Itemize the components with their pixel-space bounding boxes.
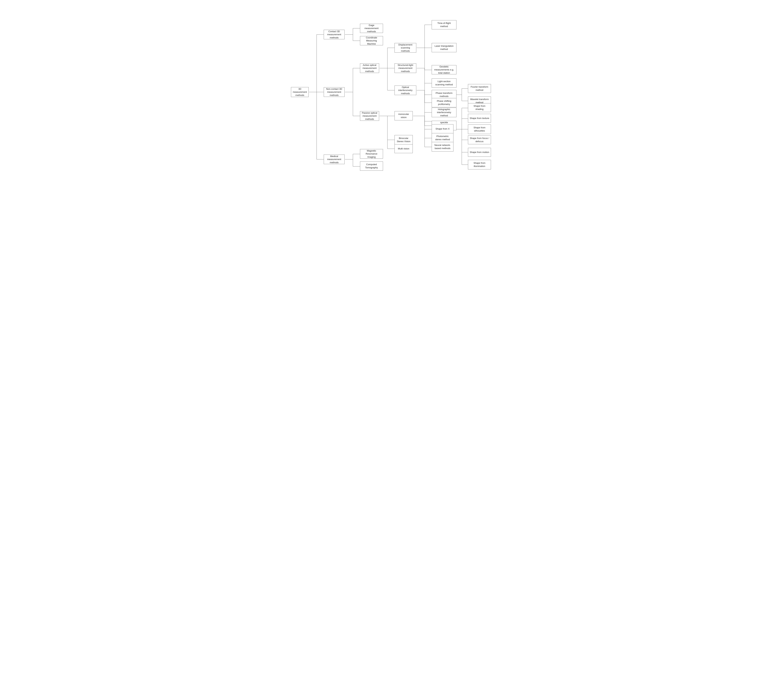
node-shape-silhouettes: Shape from silhouettes (468, 124, 491, 134)
node-shape-focus: Shape from focus / defocus (468, 135, 491, 144)
node-shape-shading: Shape from shading (468, 103, 491, 112)
node-photometric: Photometric stereo method (432, 133, 453, 143)
node-phase-shifting-label: Phase shifting profilometry (433, 100, 455, 106)
node-shape-illumination: Shape from illumination (468, 160, 491, 169)
node-light-section: Light-section scanning method (432, 78, 456, 88)
node-multi-vision: Multi vision (394, 144, 413, 153)
node-shape-motion-label: Shape from motion (470, 150, 489, 154)
node-shape-x-label: Shape from X (435, 127, 450, 130)
node-shape-illumination-label: Shape from illumination (470, 162, 489, 168)
node-photometric-label: Photometric stereo method (433, 135, 452, 141)
node-light-section-label: Light-section scanning method (433, 80, 455, 86)
node-mri: Magnetic Resonance Imaging (360, 149, 383, 158)
node-noncontact-label: Non-contact 3D measurement methods (325, 87, 343, 97)
node-phase-shifting: Phase shifting profilometry (432, 98, 456, 107)
node-phase-transform-label: Phase transform methods (433, 92, 455, 98)
node-ct-label: Computed Tomography (362, 163, 381, 169)
node-monocular: monocular vision (394, 111, 413, 120)
node-displacement-label: Displacement scanning methods (396, 43, 415, 52)
node-shape-focus-label: Shape from focus / defocus (470, 137, 489, 143)
node-shape-texture-label: Shape from texture (470, 117, 489, 120)
node-optical-interf: Optical interferometry methods (394, 86, 416, 95)
node-contact-label: Contact 3D measurement methods (325, 30, 343, 39)
node-binocular: Binocular Stereo Vision (394, 135, 413, 145)
node-optical-interf-label: Optical interferometry methods (396, 86, 415, 95)
node-neural-label: Neural network-based methods (433, 144, 452, 150)
node-laser-tri: Laser triangulation method (432, 43, 456, 52)
node-active: Active optical measurement methods (360, 63, 379, 73)
node-shape-motion: Shape from motion (468, 148, 491, 157)
node-medical-label: Medical measurement methods (325, 155, 343, 164)
node-cmm-label: Coordinate Measuring Machine (362, 36, 381, 46)
node-neural: Neural network-based methods (432, 142, 453, 152)
node-shape-shading-label: Shape from shading (470, 105, 489, 111)
node-structured: Structured-light measurement methods (394, 63, 416, 73)
node-holographic-label: Holographic interferometry method (433, 108, 455, 117)
node-tof: Time-of-flight method (432, 20, 456, 29)
diagram-wrapper: 3D measurement methods Contact 3D measur… (289, 5, 477, 179)
node-medical: Medical measurement methods (324, 155, 345, 164)
node-root-label: 3D measurement methods (293, 87, 307, 97)
node-mri-label: Magnetic Resonance Imaging (362, 149, 381, 158)
node-passive-label: Passive optical measurement methods (362, 111, 378, 121)
node-active-label: Active optical measurement methods (362, 63, 378, 73)
node-monocular-label: monocular vision (396, 112, 411, 119)
node-binocular-label: Binocular Stereo Vision (396, 137, 411, 143)
node-gage: Gage measurement methods (360, 24, 383, 33)
node-geodetic-label: Geodetic measurements e.g. total station (433, 65, 455, 74)
node-passive: Passive optical measurement methods (360, 111, 379, 121)
node-noncontact: Non-contact 3D measurement methods (324, 87, 345, 97)
node-contact: Contact 3D measurement methods (324, 30, 345, 39)
node-structured-label: Structured-light measurement methods (396, 63, 415, 73)
node-shape-texture: Shape from texture (468, 114, 491, 123)
node-multi-vision-label: Multi vision (398, 147, 409, 150)
node-ct: Computed Tomography (360, 162, 383, 171)
node-holographic: Holographic interferometry method (432, 108, 456, 117)
node-cmm: Coordinate Measuring Machine (360, 36, 383, 45)
node-displacement: Displacement scanning methods (394, 43, 416, 52)
node-tof-label: Time-of-flight method (433, 22, 455, 28)
node-root: 3D measurement methods (291, 87, 309, 97)
node-geodetic: Geodetic measurements e.g. total station (432, 65, 456, 74)
node-gage-label: Gage measurement methods (362, 24, 381, 33)
node-laser-tri-label: Laser triangulation method (433, 44, 455, 51)
node-shape-silhouettes-label: Shape from silhouettes (470, 126, 489, 132)
node-fourier-label: Fourier transform method (470, 86, 489, 92)
node-fourier: Fourier transform method (468, 84, 491, 93)
node-shape-x: Shape from X (432, 124, 453, 133)
